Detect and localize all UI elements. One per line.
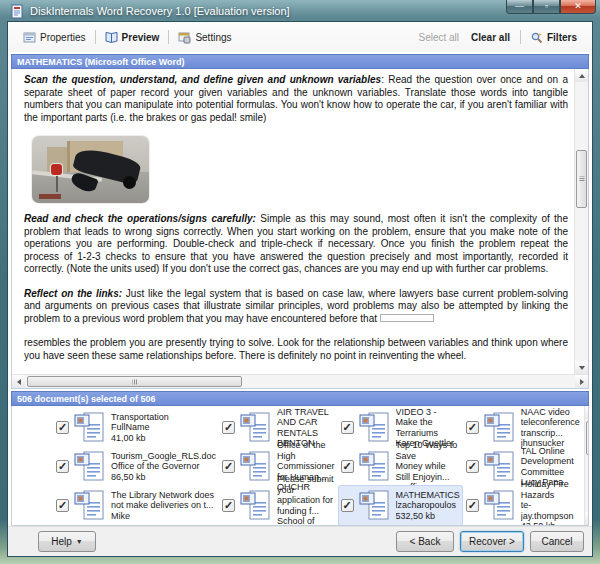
scroll-up-button[interactable] bbox=[575, 69, 588, 82]
word-doc-icon bbox=[239, 451, 273, 482]
item-checkbox[interactable]: ✓ bbox=[56, 421, 69, 434]
item-checkbox[interactable]: ✓ bbox=[341, 421, 354, 434]
list-vertical-scrollbar[interactable] bbox=[584, 406, 589, 525]
item-label: Transportation FullName 41,00 kb bbox=[111, 412, 169, 444]
preview-vscroll-thumb[interactable] bbox=[576, 150, 587, 208]
paragraph: resembles the problem you are presently … bbox=[24, 337, 568, 362]
close-button[interactable]: ✕ bbox=[560, 0, 596, 14]
document-preview-text: Scan the question, understand, and defin… bbox=[12, 69, 574, 374]
word-doc-icon bbox=[73, 412, 107, 443]
properties-icon bbox=[23, 31, 36, 44]
app-icon bbox=[10, 4, 25, 19]
paragraph: Read and check the operations/signs care… bbox=[24, 213, 568, 276]
word-doc-icon bbox=[483, 412, 517, 443]
item-checkbox[interactable]: ✓ bbox=[56, 460, 69, 473]
paragraph: Reflect on the links: Just like the lega… bbox=[24, 288, 568, 326]
footer: Help ▼ < Back Recover > Cancel bbox=[8, 526, 592, 556]
maximize-button[interactable]: ▫ bbox=[533, 0, 560, 14]
document-list: ✓ Transportation FullName 41,00 kb ✓ AIR… bbox=[11, 406, 589, 526]
item-label: Please submit your application for fundi… bbox=[277, 474, 335, 526]
scroll-up-icon bbox=[588, 411, 589, 415]
minimize-button[interactable]: — bbox=[506, 0, 533, 14]
toolbar-separator bbox=[95, 30, 96, 44]
window-title: DiskInternals Word Recovery 1.0 [Evaluat… bbox=[30, 5, 290, 17]
list-item[interactable]: ✓ Top 10 Ways to Save Money while Still … bbox=[339, 447, 462, 486]
item-label: The Library Network does not make delive… bbox=[111, 490, 214, 522]
list-item[interactable]: ✓ Tourism_Google_RLS.doc Office of the G… bbox=[54, 447, 218, 486]
item-label: Top 10 Ways to Save Money while Still En… bbox=[396, 440, 460, 493]
scroll-left-icon bbox=[17, 379, 21, 385]
item-label: Holiday Fire Hazards te-jay.thompson 43,… bbox=[521, 479, 580, 526]
item-checkbox[interactable]: ✓ bbox=[341, 460, 354, 473]
list-item[interactable]: ✓ Holiday Fire Hazards te-jay.thompson 4… bbox=[464, 486, 582, 525]
scroll-right-button[interactable] bbox=[575, 375, 588, 388]
list-vscroll-thumb[interactable] bbox=[586, 421, 589, 455]
list-item-selected[interactable]: ✓ MATHEMATICS lzacharopoulos 532,50 kb bbox=[339, 486, 462, 525]
clear-all-button[interactable]: Clear all bbox=[465, 29, 516, 46]
word-doc-icon bbox=[483, 451, 517, 482]
scroll-up-button[interactable] bbox=[585, 406, 589, 419]
cancel-button[interactable]: Cancel bbox=[530, 531, 584, 552]
scroll-down-button[interactable] bbox=[585, 512, 589, 525]
photo-sign-pole bbox=[56, 174, 58, 191]
paragraph-lead: Reflect on the links: bbox=[24, 288, 122, 299]
preview-main: Scan the question, understand, and defin… bbox=[12, 69, 588, 374]
filter-icon bbox=[530, 31, 543, 44]
scroll-down-button[interactable] bbox=[575, 361, 588, 374]
back-button[interactable]: < Back bbox=[396, 531, 454, 552]
recover-button[interactable]: Recover > bbox=[460, 531, 524, 552]
item-checkbox[interactable]: ✓ bbox=[466, 499, 479, 512]
preview-vertical-scrollbar[interactable] bbox=[574, 69, 588, 374]
toolbar-separator bbox=[168, 30, 169, 44]
word-doc-icon bbox=[239, 412, 273, 443]
item-checkbox[interactable]: ✓ bbox=[222, 421, 235, 434]
filters-label: Filters bbox=[547, 32, 577, 43]
item-label: MATHEMATICS lzacharopoulos 532,50 kb bbox=[396, 490, 460, 522]
help-label: Help bbox=[51, 536, 72, 547]
settings-button[interactable]: Settings bbox=[173, 28, 236, 47]
photo-timestamp bbox=[39, 194, 61, 199]
scroll-down-icon bbox=[588, 517, 589, 521]
list-item[interactable]: ✓ Transportation FullName 41,00 kb bbox=[54, 408, 218, 447]
filters-button[interactable]: Filters bbox=[525, 28, 582, 47]
preview-label: Preview bbox=[122, 32, 160, 43]
toolbar-separator bbox=[520, 30, 521, 44]
item-checkbox[interactable]: ✓ bbox=[466, 460, 479, 473]
item-checkbox[interactable]: ✓ bbox=[222, 499, 235, 512]
item-checkbox[interactable]: ✓ bbox=[56, 499, 69, 512]
list-item[interactable]: ✓ Please submit your application for fun… bbox=[220, 486, 337, 525]
properties-label: Properties bbox=[40, 32, 86, 43]
preview-horizontal-scrollbar[interactable] bbox=[12, 374, 588, 388]
select-all-button: Select all bbox=[412, 29, 465, 46]
preview-hscroll-thumb[interactable] bbox=[27, 376, 242, 387]
toolbar: Properties Preview Settings Sel bbox=[8, 22, 592, 52]
scroll-left-button[interactable] bbox=[12, 375, 25, 388]
crashed-car-photo bbox=[32, 136, 149, 203]
word-doc-icon bbox=[239, 490, 273, 521]
properties-button[interactable]: Properties bbox=[18, 28, 91, 47]
item-checkbox[interactable]: ✓ bbox=[341, 499, 354, 512]
empty-field-box bbox=[380, 314, 434, 322]
word-doc-icon bbox=[73, 451, 107, 482]
scroll-right-icon bbox=[580, 379, 584, 385]
scroll-down-icon bbox=[579, 366, 585, 370]
preview-pane: Scan the question, understand, and defin… bbox=[11, 69, 589, 389]
item-checkbox[interactable]: ✓ bbox=[222, 460, 235, 473]
dropdown-arrow-icon: ▼ bbox=[76, 538, 83, 545]
item-checkbox[interactable]: ✓ bbox=[466, 421, 479, 434]
paragraph: Scan the question, understand, and defin… bbox=[24, 74, 568, 124]
settings-label: Settings bbox=[195, 32, 231, 43]
word-doc-icon bbox=[358, 490, 392, 521]
paragraph-lead: Scan the question, understand, and defin… bbox=[24, 74, 381, 85]
document-list-header: 506 document(s) selected of 506 bbox=[11, 391, 589, 406]
list-item[interactable]: ✓ The Library Network does not make deli… bbox=[54, 486, 218, 525]
list-item[interactable]: ✓ NAAC video teleconference transcrip...… bbox=[464, 408, 582, 447]
preview-header: MATHEMATICS (Microsoft Office Word) bbox=[11, 54, 589, 69]
item-label: Tourism_Google_RLS.doc Office of the Gov… bbox=[111, 451, 216, 483]
app-window: DiskInternals Word Recovery 1.0 [Evaluat… bbox=[0, 0, 600, 564]
scroll-up-icon bbox=[579, 74, 585, 78]
paragraph-lead: Read and check the operations/signs care… bbox=[24, 213, 256, 224]
titlebar[interactable]: DiskInternals Word Recovery 1.0 [Evaluat… bbox=[8, 0, 592, 22]
preview-button[interactable]: Preview bbox=[100, 28, 165, 47]
help-button[interactable]: Help ▼ bbox=[38, 531, 96, 552]
